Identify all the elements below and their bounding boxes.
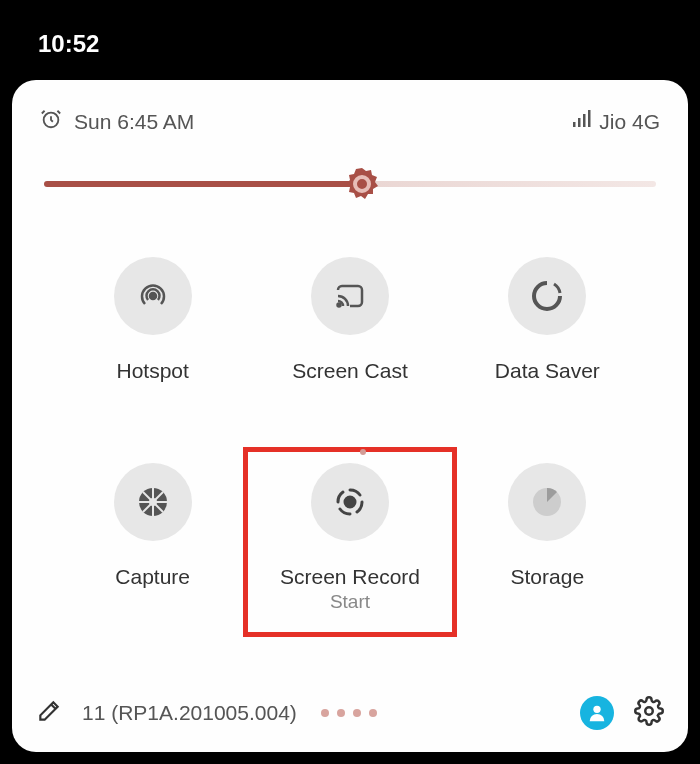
alarm-icon — [40, 108, 62, 135]
alarm-time: Sun 6:45 AM — [74, 110, 194, 134]
storage-icon — [508, 463, 586, 541]
data-saver-icon — [508, 257, 586, 335]
svg-rect-4 — [588, 110, 591, 127]
hotspot-icon — [114, 257, 192, 335]
svg-point-12 — [593, 706, 600, 713]
svg-rect-1 — [573, 122, 576, 127]
brightness-thumb-icon[interactable] — [343, 165, 381, 203]
carrier-label: Jio 4G — [599, 110, 660, 134]
user-avatar-icon[interactable] — [580, 696, 614, 730]
build-version: 11 (RP1A.201005.004) — [82, 701, 297, 725]
panel-footer: 11 (RP1A.201005.004) — [36, 696, 664, 730]
signal-icon — [571, 109, 591, 134]
tile-screen-cast[interactable]: Screen Cast — [251, 257, 448, 383]
tile-storage[interactable]: Storage — [449, 463, 646, 613]
tile-label: Data Saver — [495, 359, 600, 383]
tile-data-saver[interactable]: Data Saver — [449, 257, 646, 383]
svg-point-5 — [355, 177, 369, 191]
cast-icon — [311, 257, 389, 335]
device-clock: 10:52 — [38, 30, 99, 58]
svg-rect-3 — [583, 114, 586, 127]
brightness-slider[interactable] — [44, 181, 656, 187]
recording-indicator-dot — [360, 449, 366, 455]
tile-hotspot[interactable]: Hotspot — [54, 257, 251, 383]
highlight-box — [243, 447, 456, 637]
status-bar: Sun 6:45 AM Jio 4G — [36, 108, 664, 135]
tile-label: Capture — [115, 565, 190, 589]
page-indicator[interactable] — [321, 709, 377, 717]
quick-tiles-grid: Hotspot Screen Cast Data Saver — [54, 257, 646, 613]
quick-settings-panel: Sun 6:45 AM Jio 4G — [12, 80, 688, 752]
svg-rect-2 — [578, 118, 581, 127]
svg-point-13 — [645, 707, 653, 715]
svg-point-7 — [337, 304, 340, 307]
edit-icon[interactable] — [36, 698, 62, 728]
tile-label: Hotspot — [116, 359, 188, 383]
tile-screen-record[interactable]: Screen Record Start — [251, 463, 448, 613]
tile-label: Screen Cast — [292, 359, 408, 383]
tile-label: Storage — [511, 565, 585, 589]
tile-capture[interactable]: Capture — [54, 463, 251, 613]
svg-point-6 — [150, 293, 156, 299]
settings-icon[interactable] — [634, 696, 664, 730]
svg-point-9 — [149, 498, 157, 506]
capture-icon — [114, 463, 192, 541]
